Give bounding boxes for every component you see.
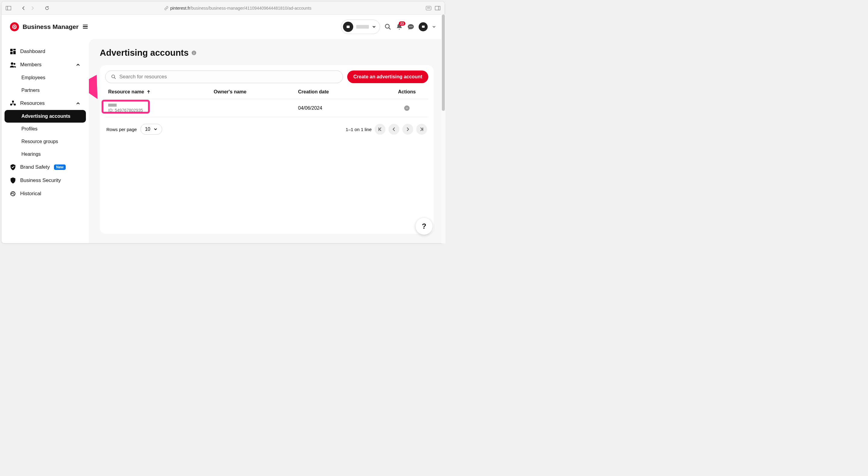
svg-point-6 bbox=[409, 26, 410, 27]
notifications-icon[interactable]: 23 bbox=[396, 23, 403, 30]
search-field[interactable] bbox=[119, 74, 337, 80]
messages-icon[interactable] bbox=[407, 23, 414, 30]
sidebar-item-dashboard[interactable]: Dashboard bbox=[4, 45, 86, 58]
sidebar-item-label: Partners bbox=[22, 88, 39, 93]
sidebar-item-label: Resource groups bbox=[22, 139, 58, 144]
chevron-down-icon bbox=[153, 127, 158, 131]
svg-point-14 bbox=[13, 63, 16, 65]
sidebar-item-partners[interactable]: Partners bbox=[4, 84, 86, 97]
column-resource-name[interactable]: Resource name bbox=[108, 89, 214, 95]
sidebar-item-label: Employees bbox=[22, 75, 45, 81]
table-row[interactable]: ID: 549767802935 04/06/2024 − bbox=[105, 99, 428, 117]
sidebar-item-hearings[interactable]: Hearings bbox=[4, 148, 86, 161]
sidebar-item-brand-safety[interactable]: Brand Safety New bbox=[4, 161, 86, 174]
sidebar-item-resource-groups[interactable]: Resource groups bbox=[4, 135, 86, 148]
svg-rect-11 bbox=[13, 51, 16, 54]
pager-range: 1–1 on 1 line bbox=[346, 127, 372, 132]
chevron-down-icon bbox=[372, 25, 376, 29]
svg-rect-0 bbox=[6, 6, 11, 10]
panel-toggle-icon[interactable] bbox=[434, 5, 441, 11]
table-header: Resource name Owner's name Creation date… bbox=[105, 85, 428, 99]
account-switcher[interactable] bbox=[341, 20, 380, 34]
resource-id: ID: 549767802935 bbox=[108, 108, 143, 113]
sidebar-item-label: Historical bbox=[20, 191, 41, 197]
sidebar-toggle-icon[interactable] bbox=[5, 5, 12, 11]
svg-rect-2 bbox=[435, 6, 440, 10]
new-badge: New bbox=[54, 164, 66, 170]
sidebar-item-label: Brand Safety bbox=[20, 164, 50, 170]
main-content: Advertising accounts i Create an adverti… bbox=[89, 39, 444, 243]
scrollbar-thumb[interactable] bbox=[442, 14, 445, 111]
pinterest-logo-icon[interactable] bbox=[10, 22, 19, 31]
svg-rect-12 bbox=[10, 52, 13, 54]
sidebar-item-resources[interactable]: Resources bbox=[4, 97, 86, 110]
reload-icon[interactable] bbox=[44, 5, 50, 11]
page-prev-icon[interactable] bbox=[389, 124, 399, 135]
app-title: Business Manager bbox=[23, 23, 79, 30]
column-owner[interactable]: Owner's name bbox=[214, 89, 298, 95]
chevron-up-icon bbox=[76, 62, 81, 67]
page-title: Advertising accounts bbox=[100, 48, 189, 58]
chevron-down-icon[interactable] bbox=[432, 25, 436, 29]
account-name-redacted bbox=[356, 25, 369, 29]
accounts-table: Resource name Owner's name Creation date… bbox=[105, 85, 428, 117]
account-avatar-icon bbox=[343, 22, 353, 32]
help-button[interactable]: ? bbox=[415, 218, 433, 235]
svg-point-13 bbox=[11, 62, 13, 65]
scrollbar[interactable] bbox=[441, 14, 445, 244]
sidebar-item-label: Hearings bbox=[22, 152, 41, 157]
app-header: Business Manager 23 bbox=[1, 15, 444, 39]
svg-rect-10 bbox=[13, 49, 16, 50]
svg-line-5 bbox=[389, 28, 390, 29]
sidebar-item-label: Business Security bbox=[20, 178, 61, 184]
sidebar-item-profiles[interactable]: Profiles bbox=[4, 123, 86, 135]
url-bar[interactable]: pinterest.fr/business/business-manager/4… bbox=[53, 6, 423, 10]
members-icon bbox=[10, 62, 16, 68]
sidebar-item-employees[interactable]: Employees bbox=[4, 71, 86, 84]
url-path: /business/business-manager/4110944096444… bbox=[190, 6, 311, 10]
shield-icon bbox=[10, 178, 16, 184]
hamburger-icon[interactable] bbox=[83, 25, 88, 29]
sidebar-item-label: Members bbox=[20, 62, 41, 68]
create-account-button[interactable]: Create an advertising account bbox=[347, 70, 428, 83]
cell-date: 04/06/2024 bbox=[298, 105, 389, 111]
annotation-arrow-icon bbox=[89, 60, 101, 99]
sort-asc-icon bbox=[147, 90, 151, 94]
sidebar-item-historical[interactable]: Historical bbox=[4, 187, 86, 200]
search-icon[interactable] bbox=[384, 23, 392, 30]
search-icon bbox=[111, 74, 116, 80]
shield-check-icon bbox=[10, 164, 16, 170]
svg-rect-15 bbox=[12, 101, 14, 102]
svg-rect-9 bbox=[10, 49, 13, 51]
history-icon bbox=[10, 191, 16, 197]
forward-icon bbox=[29, 5, 36, 11]
column-creation-date[interactable]: Creation date bbox=[298, 89, 389, 95]
sidebar-item-business-security[interactable]: Business Security bbox=[4, 174, 86, 187]
chevron-up-icon bbox=[76, 101, 81, 106]
page-next-icon[interactable] bbox=[402, 124, 413, 135]
accounts-card: Create an advertising account Resource n… bbox=[100, 65, 434, 234]
user-avatar-icon[interactable] bbox=[418, 22, 428, 31]
svg-line-19 bbox=[114, 77, 116, 78]
back-icon[interactable] bbox=[20, 5, 27, 11]
rows-per-page-select[interactable]: 10 bbox=[141, 124, 162, 135]
resource-name-redacted bbox=[108, 104, 117, 107]
url-domain: pinterest.fr bbox=[170, 6, 190, 10]
browser-toolbar: pinterest.fr/business/business-manager/4… bbox=[1, 1, 444, 15]
info-icon[interactable]: i bbox=[192, 51, 196, 55]
resources-icon bbox=[10, 100, 16, 106]
remove-action-icon[interactable]: − bbox=[404, 105, 410, 111]
sidebar: Dashboard Members Employees Partners Res… bbox=[1, 39, 89, 243]
reader-mode-icon[interactable] bbox=[425, 5, 432, 11]
sidebar-item-members[interactable]: Members bbox=[4, 58, 86, 71]
svg-point-8 bbox=[412, 26, 412, 27]
column-actions: Actions bbox=[389, 89, 425, 95]
sidebar-item-label: Resources bbox=[20, 100, 44, 106]
page-first-icon[interactable] bbox=[375, 124, 385, 135]
sidebar-item-label: Dashboard bbox=[20, 49, 45, 55]
sidebar-item-advertising-accounts[interactable]: Advertising accounts bbox=[4, 110, 86, 123]
dashboard-icon bbox=[10, 49, 16, 55]
page-last-icon[interactable] bbox=[416, 124, 427, 135]
link-icon bbox=[164, 6, 168, 10]
search-input[interactable] bbox=[105, 70, 343, 83]
